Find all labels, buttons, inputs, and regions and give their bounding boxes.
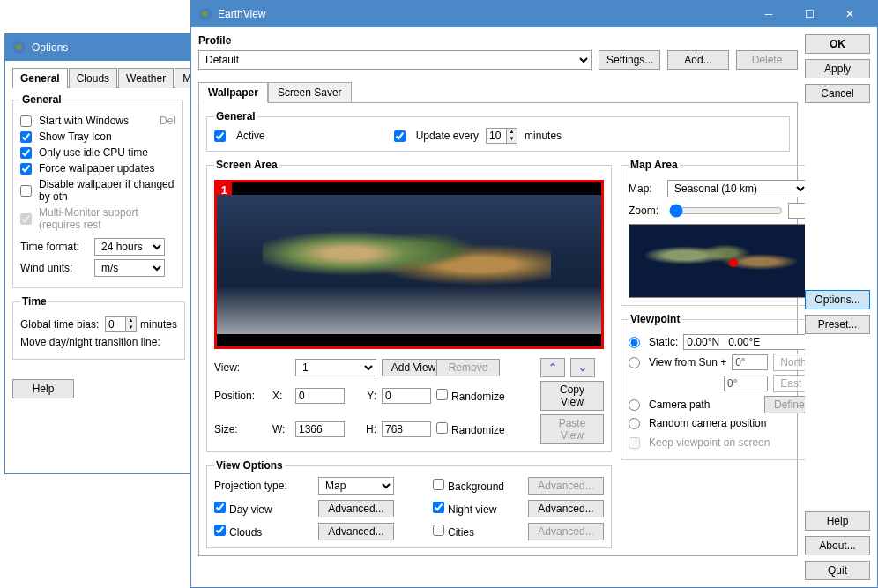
options-window: Options General Clouds Weather MET Gener… — [4, 33, 191, 474]
randomize-size-checkbox[interactable] — [436, 422, 448, 434]
bias-input[interactable]: ▲▼ — [105, 316, 137, 332]
earthview-titlebar[interactable]: EarthView ─ ☐ ✕ — [191, 1, 877, 27]
ev-general-legend: General — [214, 110, 257, 123]
profile-select[interactable]: Default — [198, 50, 592, 70]
vp-static-input[interactable] — [683, 334, 805, 350]
screen-area-preview[interactable]: 1 — [214, 180, 604, 349]
earth-preview-image — [217, 195, 601, 334]
copy-view-button[interactable]: Copy View — [540, 381, 604, 411]
viewpoint-dot-icon — [729, 258, 738, 267]
tab-clouds[interactable]: Clouds — [69, 68, 117, 88]
position-label: Position: — [214, 390, 267, 402]
x-input[interactable] — [295, 388, 345, 404]
w-input[interactable] — [295, 421, 345, 437]
tab-screensaver[interactable]: Screen Saver — [268, 82, 352, 103]
preset-button[interactable]: Preset... — [805, 315, 870, 334]
nightview-checkbox[interactable] — [433, 502, 444, 513]
map-preview[interactable] — [629, 224, 805, 298]
force-wallpaper-label: Force wallpaper updates — [39, 162, 154, 175]
randomize-pos-checkbox[interactable] — [436, 389, 448, 400]
tab-weather[interactable]: Weather — [118, 68, 174, 88]
dayview-adv-button[interactable]: Advanced... — [318, 500, 394, 517]
clouds-adv-button[interactable]: Advanced... — [318, 523, 394, 540]
vp-camera-label: Camera path — [649, 398, 759, 411]
start-delay-label: Del — [160, 115, 175, 127]
vp-random-label: Random camera position — [649, 417, 766, 429]
time-format-label: Time format: — [20, 241, 91, 253]
wind-units-select[interactable]: m/s — [94, 259, 165, 277]
earthview-window: EarthView ─ ☐ ✕ Profile Default Settings… — [190, 0, 878, 588]
projection-label: Projection type: — [214, 480, 311, 492]
zoom-input[interactable] — [788, 203, 805, 219]
y-label: Y: — [350, 390, 376, 402]
cities-label: Cities — [448, 526, 474, 539]
cities-checkbox[interactable] — [433, 525, 444, 536]
update-every-checkbox[interactable] — [394, 130, 406, 142]
profile-add-button[interactable]: Add... — [667, 50, 729, 70]
tab-wallpaper[interactable]: Wallpaper — [198, 82, 268, 103]
clouds-label: Clouds — [229, 526, 262, 539]
h-input[interactable] — [382, 421, 431, 437]
dayview-checkbox[interactable] — [214, 502, 226, 513]
nightview-adv-button[interactable]: Advanced... — [528, 500, 604, 517]
disable-wallpaper-checkbox[interactable] — [20, 185, 32, 197]
options-button[interactable]: Options... — [805, 290, 870, 309]
help-button[interactable]: Help — [805, 511, 870, 531]
vp-static-label: Static: — [649, 336, 678, 348]
options-tabs: General Clouds Weather MET — [12, 68, 183, 88]
zoom-label: Zoom: — [629, 205, 664, 217]
vp-camera-radio[interactable] — [629, 399, 640, 411]
maximize-button[interactable]: ☐ — [789, 1, 830, 27]
vp-sun-radio[interactable] — [629, 357, 640, 368]
background-checkbox[interactable] — [433, 479, 444, 490]
quit-button[interactable]: Quit — [805, 561, 870, 580]
about-button[interactable]: About... — [805, 536, 870, 555]
options-title: Options — [32, 41, 183, 54]
active-checkbox[interactable] — [214, 130, 226, 142]
keep-onscreen-label: Keep viewpoint on screen — [649, 436, 770, 449]
y-input[interactable] — [382, 388, 431, 404]
apply-button[interactable]: Apply — [805, 59, 870, 78]
show-tray-label: Show Tray Icon — [39, 130, 112, 143]
tab-general[interactable]: General — [12, 68, 68, 88]
close-button[interactable]: ✕ — [830, 1, 870, 27]
vp-sun-londir-select: East — [773, 375, 805, 392]
zoom-slider[interactable] — [669, 204, 783, 218]
options-titlebar[interactable]: Options — [5, 34, 190, 61]
projection-select[interactable]: Map — [318, 477, 394, 495]
view-down-button[interactable]: ⌄ — [570, 358, 595, 377]
view-label: View: — [214, 361, 267, 374]
profile-settings-button[interactable]: Settings... — [599, 50, 660, 70]
paste-view-button: Paste View — [540, 414, 604, 444]
size-label: Size: — [214, 423, 267, 435]
randomize-size-label: Randomize — [451, 424, 505, 436]
view-select[interactable]: 1 — [295, 359, 376, 376]
idle-cpu-checkbox[interactable] — [20, 147, 32, 159]
update-every-input[interactable]: ▲▼ — [486, 128, 517, 144]
background-adv-button: Advanced... — [528, 477, 604, 495]
force-wallpaper-checkbox[interactable] — [20, 163, 32, 175]
map-label: Map: — [629, 182, 664, 195]
show-tray-checkbox[interactable] — [20, 131, 32, 143]
vp-random-radio[interactable] — [629, 418, 640, 429]
screenarea-legend: Screen Area — [214, 159, 279, 171]
clouds-checkbox[interactable] — [214, 525, 226, 536]
ok-button[interactable]: OK — [805, 34, 870, 54]
bias-unit: minutes — [140, 318, 177, 331]
options-help-button[interactable]: Help — [12, 379, 74, 398]
x-label: X: — [272, 390, 290, 402]
cancel-button[interactable]: Cancel — [805, 84, 870, 103]
start-windows-checkbox[interactable] — [20, 115, 32, 127]
idle-cpu-label: Only use idle CPU time — [39, 146, 148, 159]
vp-static-radio[interactable] — [629, 337, 640, 348]
map-select[interactable]: Seasonal (10 km) — [667, 180, 805, 197]
keep-onscreen-checkbox — [629, 437, 640, 449]
profile-label: Profile — [198, 34, 798, 47]
viewoptions-legend: View Options — [214, 459, 285, 472]
time-format-select[interactable]: 24 hours — [94, 238, 165, 256]
view-up-button[interactable]: ⌃ — [540, 358, 565, 377]
earthview-title: EarthView — [218, 8, 748, 20]
minimize-button[interactable]: ─ — [748, 1, 789, 27]
multi-monitor-label: Multi-Monitor support (requires rest — [39, 206, 175, 231]
earth-icon — [12, 41, 26, 55]
